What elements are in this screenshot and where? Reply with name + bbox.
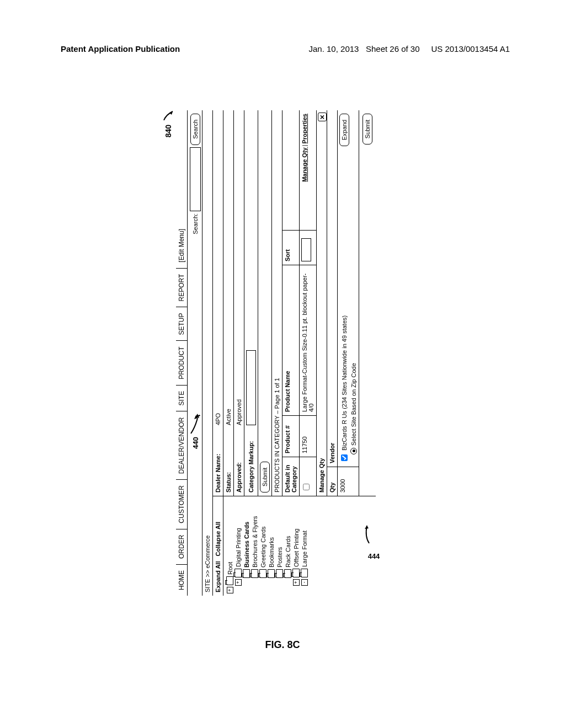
cursor-callout: 440 [190,411,201,449]
menu-home[interactable]: HOME [176,564,187,596]
product-number: 11750 [300,415,316,457]
product-row: 11750 Large Format-Custom Size-0.11 pt. … [300,110,317,496]
tree-node-rack-cards[interactable]: Rack Cards [284,499,292,593]
category-markup-input[interactable] [246,350,256,425]
col-product-no: Product # [282,415,299,457]
callout-444-leader [364,522,372,544]
zip-radio[interactable] [350,448,357,454]
approved-row: Approved: Approved [234,110,244,496]
products-header: PRODUCTS IN CATEGORY – Page 1 of 1 [272,110,282,496]
expand-icon[interactable]: + [293,579,300,586]
manage-qty-title: Manage Qty ✕ [317,110,327,496]
tree-node-greeting-cards[interactable]: Greeting Cards [259,499,267,593]
collapse-icon[interactable]: - [301,579,308,586]
main-menu: HOME ORDER CUSTOMER DEALER/VENDOR SITE P… [176,110,188,596]
expand-icon[interactable]: + [235,579,242,586]
menu-customer[interactable]: CUSTOMER [176,479,187,528]
vendor-checkbox[interactable] [341,454,348,461]
manage-qty-panel: Manage Qty ✕ Qty Vendor 3000 BizCards R … [317,110,359,496]
approved-value: Approved [236,399,242,425]
dealer-name-value: 4PO [215,413,221,425]
pub-right: Jan. 10, 2013 Sheet 26 of 30 US 2013/001… [309,44,510,53]
header-row: 440 Search: Search [188,110,202,596]
app-window: 840 HOME ORDER CUSTOMER DEALER/VENDOR SI… [176,110,376,596]
menu-edit-link[interactable]: [Edit Menu] [176,223,187,268]
manage-qty-header: Qty Vendor [327,110,338,496]
menu-order[interactable]: ORDER [176,529,187,564]
col-product-name: Product Name [282,265,299,415]
product-name: Large Format-Custom Size-0.11 pt. blocko… [300,265,316,415]
search-label: Search: [192,213,199,234]
folder-icon [251,569,258,578]
markup-submit-row: Submit [258,110,272,496]
menu-report[interactable]: REPORT [176,268,187,307]
callout-arrow-icon [162,109,175,122]
callout-840: 840 [162,109,175,137]
markup-submit-button[interactable]: Submit [260,462,270,493]
status-value: Active [225,409,232,425]
expand-all-link[interactable]: Expand All [215,561,221,592]
tree-node-large-format[interactable]: - Large Format [300,499,308,593]
col-default: Default in Category [282,457,299,496]
tree-node-posters[interactable]: Posters [275,499,284,593]
breadcrumb: SITE >> eCommerce [202,110,213,596]
zip-radio-label: Select Site Based on Zip Code [350,363,357,446]
expand-icon[interactable]: + [227,587,233,593]
collapse-all-link[interactable]: Collapse All [215,522,221,556]
pub-left: Patent Application Publication [61,44,180,53]
folder-icon [259,569,266,578]
properties-link[interactable]: Properties [301,114,308,143]
category-markup-row: Category Markup: [244,110,258,496]
search-button[interactable]: Search [190,114,200,145]
tree-node-brochures-flyers[interactable]: Brochures & Flyers [250,499,259,593]
menu-product[interactable]: PRODUCT [176,340,187,384]
sort-input[interactable] [301,238,311,261]
submit-row: 444 Submit [359,110,376,496]
status-row: Status: Active [223,110,234,496]
search-input[interactable] [190,147,201,211]
folder-icon [276,569,283,578]
dealer-name-row: Dealer Name: 4PO [213,110,223,496]
figure-label: FIG. 8C [265,639,300,651]
tree-expand-collapse: Expand All Collapse All [213,496,223,596]
menu-setup[interactable]: SETUP [176,307,187,340]
expand-button[interactable]: Expand [339,114,349,146]
main-area: Expand All Collapse All + Root + Digital… [213,110,376,596]
tree-column: Expand All Collapse All + Root + Digital… [213,496,376,596]
callout-444: 444 [368,552,380,560]
page-header: Patent Application Publication Jan. 10, … [61,44,510,53]
details-column: Dealer Name: 4PO Status: Active Approved… [213,110,376,496]
callout-arrow-icon [364,522,371,544]
category-tree: + Root + Digital Printing Business Cards [223,496,311,596]
tree-node-root[interactable]: + Root [226,499,234,593]
folder-icon [226,576,233,585]
submit-button[interactable]: Submit [363,114,372,144]
close-icon[interactable]: ✕ [318,113,327,121]
menu-dealer-vendor[interactable]: DEALER/VENDOR [176,411,187,480]
folder-icon [243,569,250,578]
folder-icon [284,569,291,578]
vendor-label: BizCards R Us (234 Sites Nationwide in 4… [341,315,348,451]
folder-icon [234,569,242,577]
manage-qty-row: 3000 BizCards R Us (234 Sites Nationwide… [338,110,359,496]
tree-node-offset-printing[interactable]: + Offset Printing [292,499,300,593]
manage-qty-link[interactable]: Manage Qty [301,147,308,181]
products-table-header: Default in Category Product # Product Na… [282,110,300,496]
menu-site[interactable]: SITE [176,385,187,411]
tree-node-digital-printing[interactable]: + Digital Printing [234,499,242,593]
tree-node-bookmarks[interactable]: Bookmarks [267,499,275,593]
default-in-category-checkbox[interactable] [303,484,310,490]
tree-node-business-cards[interactable]: Business Cards [242,499,250,593]
folder-icon [268,569,275,578]
folder-icon [292,569,300,577]
col-sort: Sort [282,230,299,265]
qty-value: 3000 [338,467,359,496]
cursor-arrow-icon [190,411,201,435]
folder-icon [301,569,308,577]
